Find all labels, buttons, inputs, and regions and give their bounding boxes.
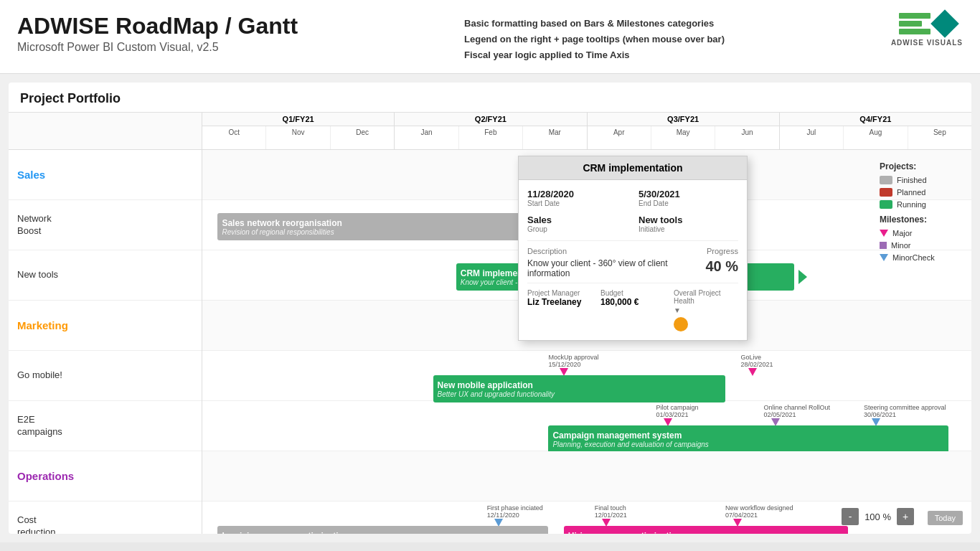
zoom-value: 100 % bbox=[862, 512, 894, 522]
gantt-title: Project Portfolio bbox=[9, 83, 971, 113]
legend-minorcheck: MinorCheck bbox=[880, 253, 963, 262]
time-header: Q1/FY21 Oct Nov Dec Q2/FY21 Jan Feb bbox=[202, 113, 971, 150]
legend-planned-label: Planned bbox=[897, 188, 925, 197]
left-cell-operations: Operations bbox=[9, 451, 202, 501]
left-header bbox=[9, 113, 202, 150]
tooltip-start-value: 11/28/2020 bbox=[527, 189, 627, 199]
bar-invoicing[interactable]: Invoicing process optimisation Invoicing… bbox=[217, 526, 548, 534]
milestone-finaltouch-date: 12/01/2021 bbox=[595, 512, 627, 519]
main-area: Project Portfolio Sales NetworkBoost New… bbox=[0, 74, 980, 542]
milestone-golive-date: 28/02/2021 bbox=[740, 361, 773, 368]
tooltip-footer-row: Project Manager Liz Treelaney Budget 180… bbox=[527, 283, 738, 331]
milestone-golive-icon[interactable] bbox=[748, 368, 757, 376]
tooltip-budget-field: Budget 180,000 € bbox=[600, 289, 665, 331]
bar-invoicing-title: Invoicing process optimisation bbox=[222, 531, 544, 534]
legend-milestones-title: Milestones: bbox=[880, 215, 963, 225]
logo-diamond-icon bbox=[930, 9, 959, 38]
legend-running: Running bbox=[880, 200, 963, 209]
row-go-mobile: MockUp approval 15/12/2020 GoLive 28/02/… bbox=[202, 351, 971, 401]
tooltip-popup-crm: CRM implementation 11/28/2020 Start Date… bbox=[518, 156, 748, 341]
quarter-q3: Q3/FY21 Apr May Jun bbox=[588, 113, 780, 149]
bar-sales-network-title: Sales network reorganisation bbox=[222, 218, 544, 228]
legend-finished: Finished bbox=[880, 176, 963, 184]
row-operations-cat bbox=[202, 451, 971, 501]
legend-projects-title: Projects: bbox=[880, 161, 963, 171]
month-dec: Dec bbox=[331, 126, 394, 149]
tooltip-end-field: 5/30/2021 End Date bbox=[639, 189, 738, 207]
legend-running-label: Running bbox=[897, 200, 926, 209]
tooltip-desc-label: Description bbox=[527, 247, 567, 255]
quarter-q1: Q1/FY21 Oct Nov Dec bbox=[202, 113, 395, 149]
legend-running-color bbox=[880, 200, 892, 209]
legend-finished-label: Finished bbox=[897, 176, 927, 184]
bar-campaign[interactable]: Campaign management system Planning, exe… bbox=[548, 425, 948, 453]
left-cell-cost-reduction: Costreduction bbox=[9, 501, 202, 534]
q2-label: Q2/FY21 bbox=[395, 113, 586, 126]
gantt-body: Sales NetworkBoost New tools Marketing G… bbox=[9, 113, 971, 534]
tooltip-budget-label: Budget bbox=[600, 289, 665, 297]
desc-line1: Basic formatting based on Bars & Milesto… bbox=[464, 16, 725, 32]
today-button[interactable]: Today bbox=[928, 511, 963, 525]
milestone-mockup-label: MockUp approval bbox=[548, 354, 598, 361]
tooltip-manager-field: Project Manager Liz Treelaney bbox=[527, 289, 592, 331]
legend-major-icon bbox=[880, 230, 888, 237]
milestone-online-date: 02/05/2021 bbox=[764, 411, 796, 418]
legend-minor-icon bbox=[880, 242, 887, 249]
left-cell-new-tools: New tools bbox=[9, 250, 202, 301]
left-cell-sales: Sales bbox=[9, 150, 202, 200]
zoom-plus-button[interactable]: + bbox=[897, 508, 914, 525]
left-cell-network-boost: NetworkBoost bbox=[9, 200, 202, 250]
tooltip-initiative-value: New tools bbox=[639, 215, 738, 225]
app-title-block: ADWISE RoadMap / Gantt Microsoft Power B… bbox=[17, 13, 298, 54]
month-jun: Jun bbox=[715, 126, 778, 149]
bar-hiring[interactable]: Hiring process optimisation Responsibili… bbox=[564, 526, 849, 534]
legend-minorcheck-label: MinorCheck bbox=[892, 253, 935, 262]
tooltip-desc-text: Know your client - 360° view of client i… bbox=[527, 258, 702, 278]
tooltip-title: CRM implementation bbox=[519, 156, 747, 180]
left-cell-marketing: Marketing bbox=[9, 301, 202, 351]
q2-months: Jan Feb Mar bbox=[395, 126, 586, 149]
q4-months: Jul Aug Sep bbox=[780, 126, 971, 149]
bar-mobile-app[interactable]: New mobile application Better UX and upg… bbox=[433, 375, 725, 402]
tooltip-health-field: Overall Project Health ▼ bbox=[674, 289, 738, 331]
bar-hiring-title: Hiring process optimisation bbox=[568, 531, 844, 534]
month-may: May bbox=[651, 126, 715, 149]
q4-label: Q4/FY21 bbox=[780, 113, 971, 126]
gantt-container: Project Portfolio Sales NetworkBoost New… bbox=[9, 83, 971, 534]
category-label-marketing: Marketing bbox=[17, 319, 68, 331]
tooltip-group-field: Sales Group bbox=[527, 215, 627, 233]
tooltip-initiative-field: New tools Initiative bbox=[639, 215, 738, 233]
row-label-cost-reduction: Costreduction bbox=[17, 514, 55, 534]
bar-sales-network[interactable]: Sales network reorganisation Revision of… bbox=[217, 213, 548, 240]
logo-block: ADWISE VISUALS bbox=[891, 13, 963, 47]
milestone-pilot-date: 01/03/2021 bbox=[656, 411, 688, 418]
month-apr: Apr bbox=[588, 126, 651, 149]
month-jan: Jan bbox=[395, 126, 458, 149]
tooltip-body: 11/28/2020 Start Date 5/30/2021 End Date… bbox=[519, 180, 747, 340]
month-oct: Oct bbox=[202, 126, 266, 149]
tooltip-manager-label: Project Manager bbox=[527, 289, 592, 297]
q3-months: Apr May Jun bbox=[588, 126, 779, 149]
month-aug: Aug bbox=[844, 126, 908, 149]
milestone-golive-label: GoLive bbox=[740, 354, 761, 361]
legend-panel: Projects: Finished Planned Running Miles… bbox=[871, 156, 971, 271]
tooltip-group-row: Sales Group New tools Initiative bbox=[527, 215, 738, 233]
milestone-firstphase-date: 12/11/2020 bbox=[487, 512, 519, 519]
header-description: Basic formatting based on Bars & Milesto… bbox=[464, 13, 725, 63]
bar-mobile-subtitle: Better UX and upgraded functionality bbox=[438, 390, 721, 398]
tooltip-budget-value: 180,000 € bbox=[600, 297, 665, 307]
milestone-workflow-date: 07/04/2021 bbox=[725, 512, 758, 519]
row-label-new-tools: New tools bbox=[17, 269, 58, 281]
tooltip-desc-header: Description Progress bbox=[527, 247, 738, 255]
tooltip-dates-row: 11/28/2020 Start Date 5/30/2021 End Date bbox=[527, 189, 738, 207]
zoom-controls: - 100 % + bbox=[842, 508, 914, 525]
row-label-e2e: E2Ecampaigns bbox=[17, 414, 62, 438]
legend-major: Major bbox=[880, 229, 963, 237]
month-nov: Nov bbox=[266, 126, 330, 149]
month-jul: Jul bbox=[780, 126, 844, 149]
milestone-mockup-date: 15/12/2020 bbox=[548, 361, 580, 368]
zoom-minus-button[interactable]: - bbox=[842, 508, 859, 525]
tooltip-initiative-label: Initiative bbox=[639, 225, 738, 233]
category-label-sales: Sales bbox=[17, 169, 45, 181]
bar-sales-network-subtitle: Revision of regional responsibilities bbox=[222, 228, 544, 236]
